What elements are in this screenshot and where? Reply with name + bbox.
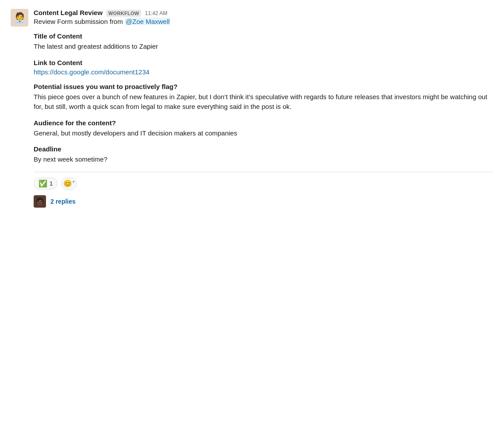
field-link-url[interactable]: https://docs.google.com/document1234	[34, 68, 150, 76]
replies-row: 🧑🏿 2 replies	[34, 195, 493, 208]
reaction-count: 1	[50, 180, 53, 187]
message-body: Content Legal Review WORKFLOW 11:42 AM R…	[34, 9, 493, 208]
timestamp: 11:42 AM	[145, 10, 167, 16]
reaction-checkmark[interactable]: ✅ 1	[34, 178, 58, 189]
submission-line: Review Form submission from @Zoe Maxwell	[34, 18, 493, 25]
field-label-title: Title of Content	[34, 32, 493, 40]
field-title-of-content: Title of Content The latest and greatest…	[34, 32, 493, 52]
reactions-row: ✅ 1 😊+	[34, 178, 493, 190]
mention[interactable]: @Zoe Maxwell	[125, 18, 170, 25]
message-container: 🧑‍💼 Content Legal Review WORKFLOW 11:42 …	[0, 0, 504, 215]
checkmark-emoji: ✅	[38, 179, 47, 188]
field-link-to-content: Link to Content https://docs.google.com/…	[34, 59, 493, 76]
submission-text: Review Form submission from	[34, 18, 125, 25]
replies-link[interactable]: 2 replies	[50, 198, 76, 205]
avatar: 🧑‍💼	[11, 9, 28, 27]
field-label-issues: Potential issues you want to proactively…	[34, 83, 493, 90]
add-reaction-icon: 😊+	[63, 179, 75, 188]
reply-avatar: 🧑🏿	[34, 195, 46, 208]
field-deadline: Deadline By next week sometime?	[34, 145, 493, 165]
message-divider	[34, 172, 493, 172]
workflow-badge: WORKFLOW	[106, 10, 142, 17]
sender-name: Content Legal Review	[34, 9, 103, 16]
field-label-audience: Audience for the content?	[34, 119, 493, 127]
field-label-deadline: Deadline	[34, 145, 493, 153]
add-reaction-button[interactable]: 😊+	[61, 178, 77, 190]
field-value-audience: General, but mostly developers and IT de…	[34, 128, 493, 139]
field-value-title: The latest and greatest additions to Zap…	[34, 42, 493, 52]
message-header: Content Legal Review WORKFLOW 11:42 AM	[34, 9, 493, 17]
field-value-issues: This piece goes over a bunch of new feat…	[34, 92, 493, 112]
field-potential-issues: Potential issues you want to proactively…	[34, 83, 493, 112]
field-audience: Audience for the content? General, but m…	[34, 119, 493, 139]
field-label-link: Link to Content	[34, 59, 493, 66]
field-value-deadline: By next week sometime?	[34, 155, 493, 165]
